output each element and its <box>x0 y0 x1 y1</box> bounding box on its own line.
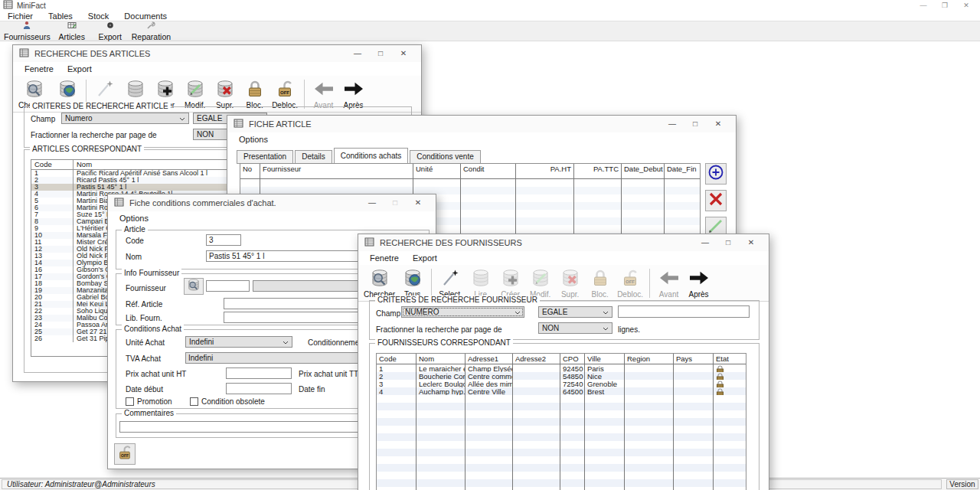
maximize-icon: □ <box>384 195 407 211</box>
menu-item-options[interactable]: Options <box>232 135 275 144</box>
articles-menubar: FenetreExport <box>13 62 421 76</box>
close-icon[interactable]: ✕ <box>392 46 415 61</box>
toolbar-button-fournisseurs[interactable]: Fournisseurs <box>2 20 53 42</box>
close-icon[interactable]: ✕ <box>956 1 977 11</box>
prix-ht-field[interactable] <box>226 368 292 379</box>
column-header-etat[interactable]: Etat <box>714 354 744 364</box>
fiche-conditions-title: Fiche conditions commerciales d'achat. <box>129 198 276 207</box>
menu-item-export[interactable]: Export <box>406 253 444 263</box>
lock-off-icon: OFF <box>620 268 640 289</box>
minimize-icon[interactable]: — <box>913 1 934 11</box>
column-header-fournisseur[interactable]: Fournisseur <box>260 164 413 178</box>
fournisseur-row-2[interactable]: 2Boucherie Con...Centre comme...54850Nic… <box>377 372 746 380</box>
toolbar-button-articles[interactable]: Articles <box>53 20 91 42</box>
champ-select[interactable]: Numero <box>61 113 189 124</box>
db-icon <box>471 268 491 289</box>
prix-ht-label: Prix achat unit HT <box>126 370 186 378</box>
code-field[interactable]: 3 <box>206 234 241 246</box>
etat-lock-icon <box>714 380 744 387</box>
column-header-code[interactable]: Code <box>377 354 416 364</box>
toolbar-button-debloc[interactable]: OFFDebloc. <box>270 78 300 110</box>
toolbar-button-chercher[interactable]: Chercher <box>361 267 397 299</box>
toolbar-button-supr[interactable]: Supr. <box>210 78 240 110</box>
column-header-unit[interactable]: Unité <box>413 164 461 178</box>
minimize-icon[interactable]: — <box>361 195 384 211</box>
maximize-icon[interactable]: □ <box>717 235 740 250</box>
column-header-region[interactable]: Region <box>625 354 674 364</box>
fournisseur-row-3[interactable]: 3Leclerc BoulgourAllée des mim...72540Gr… <box>377 380 746 387</box>
column-header-adresse2[interactable]: Adresse2 <box>513 354 560 364</box>
group-label: Info Fournisseur <box>122 269 181 277</box>
toolbar-button-select[interactable]: Select. <box>436 267 466 299</box>
column-header-pays[interactable]: Pays <box>674 354 714 364</box>
empty-row <box>377 456 746 464</box>
column-header-ville[interactable]: Ville <box>585 354 625 364</box>
add-row-button[interactable] <box>705 163 727 185</box>
maximize-icon[interactable]: □ <box>684 116 707 132</box>
fournisseur-row-1[interactable]: 1Le maraicher e...Champ Elysée92450Paris <box>377 364 746 372</box>
column-header-condit[interactable]: Condit <box>461 164 516 178</box>
window-icon <box>234 117 243 131</box>
promotion-checkbox[interactable]: Promotion <box>126 397 172 406</box>
unite-achat-select[interactable]: Indefini <box>185 336 292 348</box>
fournisseur-search-button[interactable] <box>184 278 204 295</box>
close-icon[interactable]: ✕ <box>407 195 430 211</box>
fournisseur-code-field[interactable] <box>206 280 250 292</box>
search-value-input[interactable] <box>618 305 750 318</box>
fournisseurs-table-header: CodeNomAdresse1Adresse2CPOVilleRegionPay… <box>377 354 746 364</box>
toolbar-button-bloc: Bloc. <box>585 267 615 299</box>
date-debut-field[interactable] <box>226 383 292 394</box>
operator-select[interactable]: EGALE <box>538 306 612 318</box>
menu-item-fenetre[interactable]: Fenetre <box>18 64 60 74</box>
column-header-date-debut[interactable]: Date_Debut <box>622 164 665 178</box>
app-icon <box>3 0 13 11</box>
menu-item-documents[interactable]: Documents <box>116 11 175 21</box>
toolbar-button-apr-s[interactable]: Après <box>338 78 368 110</box>
etat-lock-icon <box>714 364 744 372</box>
column-header-adresse1[interactable]: Adresse1 <box>466 354 513 364</box>
column-header-code[interactable]: Code <box>31 160 74 169</box>
tab-presentation[interactable]: Presentation <box>237 150 293 164</box>
toolbar-button-tous[interactable]: Tous <box>397 267 427 299</box>
main-toolbar: FournisseursArticlesExportReparation <box>0 21 980 41</box>
fournisseur-row-4[interactable]: 4Auchamp hyp...Centre Ville64500Brest <box>377 387 746 395</box>
column-header-date-fin[interactable]: Date_Fin <box>665 164 700 178</box>
unlock-button[interactable]: OFF <box>114 443 136 465</box>
menu-item-tables[interactable]: Tables <box>41 11 80 21</box>
fournisseurs-window-title: RECHERCHE DES FOURNISSEURS <box>380 238 522 247</box>
tab-conditions-vente[interactable]: Conditions vente <box>410 150 481 164</box>
column-header-cpo[interactable]: CPO <box>560 354 585 364</box>
close-icon[interactable]: ✕ <box>740 235 763 250</box>
column-header-no[interactable]: No <box>240 164 260 178</box>
minimize-icon[interactable]: — <box>694 235 717 250</box>
column-header-pa-ttc[interactable]: PA.TTC <box>574 164 622 178</box>
menu-item-export[interactable]: Export <box>60 64 99 74</box>
tab-conditions-achats[interactable]: Conditions achats <box>334 148 409 164</box>
menu-item-stock[interactable]: Stock <box>80 11 117 21</box>
fraction-select[interactable]: NON <box>538 322 612 334</box>
condition-obsolete-checkbox[interactable]: Condition obsolete <box>190 397 265 406</box>
fournisseurs-table-body: 1Le maraicher e...Champ Elysée92450Paris… <box>377 364 746 490</box>
toolbar-button-apr-s[interactable]: Après <box>684 267 714 299</box>
group-label: ARTICLES CORRESPONDANT <box>30 145 144 153</box>
toolbar-button-reparation[interactable]: Reparation <box>129 20 173 42</box>
toolbar-button-export[interactable]: Export <box>91 20 129 42</box>
toolbar-button-modif[interactable]: Modif. <box>180 78 210 110</box>
column-header-pa-ht[interactable]: PA.HT <box>516 164 574 178</box>
date-debut-label: Date début <box>126 385 163 394</box>
minimize-icon[interactable]: — <box>661 116 684 132</box>
toolbar-button-debloc: OFFDebloc. <box>615 267 645 299</box>
restore-icon[interactable]: ❐ <box>934 1 956 11</box>
maximize-icon[interactable]: □ <box>369 46 392 61</box>
delete-row-button[interactable] <box>705 190 727 211</box>
menu-item-options[interactable]: Options <box>113 214 155 223</box>
minimize-icon[interactable]: — <box>346 46 369 61</box>
champ-select[interactable]: NUMERO <box>401 306 524 318</box>
menu-item-fichier[interactable]: Fichier <box>0 11 41 21</box>
menu-item-fenetre[interactable]: Fenetre <box>363 253 406 263</box>
column-header-nom[interactable]: Nom <box>416 354 466 364</box>
toolbar-button-bloc[interactable]: Bloc. <box>240 78 270 110</box>
close-icon[interactable]: ✕ <box>707 116 730 132</box>
fraction-label: Fractionner la recherche par page de <box>376 325 502 334</box>
tab-details[interactable]: Details <box>295 150 332 164</box>
